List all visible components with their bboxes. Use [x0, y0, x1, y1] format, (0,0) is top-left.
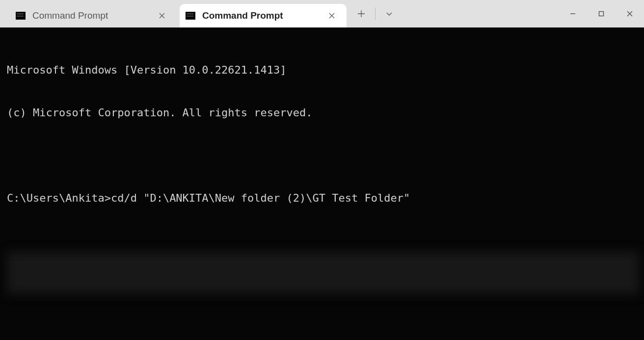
tab-close-button[interactable] — [155, 9, 169, 23]
tab-command-prompt-1[interactable]: Command Prompt — [10, 4, 177, 27]
close-icon — [626, 10, 633, 17]
new-tab-area — [347, 0, 400, 27]
banner-line: (c) Microsoft Corporation. All rights re… — [7, 105, 639, 120]
tabs-dropdown-button[interactable] — [378, 3, 400, 25]
tab-strip: Command Prompt Command Prompt — [0, 0, 347, 27]
close-window-button[interactable] — [616, 0, 644, 27]
tab-close-button[interactable] — [325, 9, 339, 23]
cmd-icon — [16, 12, 26, 20]
redacted-region — [7, 252, 639, 294]
window-controls — [559, 0, 644, 27]
maximize-button[interactable] — [587, 0, 616, 27]
tab-divider — [375, 7, 376, 20]
svg-rect-0 — [599, 12, 604, 16]
prompt-line: C:\Users\Ankita>cd/d "D:\ANKITA\New fold… — [7, 191, 639, 205]
chevron-down-icon — [386, 10, 393, 17]
tab-title: Command Prompt — [32, 10, 155, 21]
titlebar-drag-region[interactable] — [400, 0, 559, 27]
maximize-icon — [598, 10, 605, 17]
cmd-icon — [186, 12, 195, 20]
blank-line — [7, 148, 639, 162]
terminal-output[interactable]: Microsoft Windows [Version 10.0.22621.14… — [0, 27, 644, 340]
tab-title: Command Prompt — [202, 10, 325, 21]
close-icon — [159, 13, 165, 19]
banner-line: Microsoft Windows [Version 10.0.22621.14… — [7, 63, 639, 77]
minimize-icon — [569, 10, 576, 17]
minimize-button[interactable] — [559, 0, 587, 27]
new-tab-button[interactable] — [350, 3, 372, 25]
titlebar: Command Prompt Command Prompt — [0, 0, 644, 27]
plus-icon — [357, 10, 365, 18]
close-icon — [329, 13, 335, 19]
tab-command-prompt-2[interactable]: Command Prompt — [180, 4, 347, 27]
